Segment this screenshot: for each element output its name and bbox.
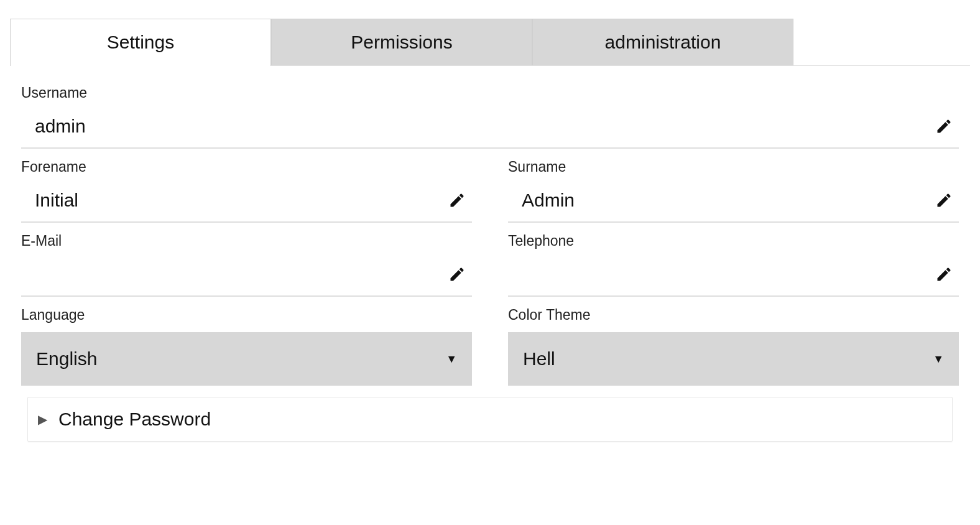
pencil-icon[interactable]	[933, 189, 955, 211]
pencil-icon[interactable]	[933, 263, 955, 286]
color-theme-label: Color Theme	[508, 307, 959, 323]
username-input-row: admin	[21, 105, 959, 149]
forename-label: Forename	[21, 159, 472, 175]
language-label: Language	[21, 307, 472, 323]
telephone-field-group: Telephone	[508, 223, 959, 297]
change-password-accordion[interactable]: ▶ Change Password	[27, 397, 953, 442]
telephone-label: Telephone	[508, 233, 959, 249]
email-label: E-Mail	[21, 233, 472, 249]
tabs-bar: Settings Permissions administration	[10, 19, 970, 66]
tab-permissions[interactable]: Permissions	[271, 19, 532, 65]
language-value: English	[36, 348, 97, 369]
caret-right-icon: ▶	[38, 412, 47, 427]
username-value[interactable]: admin	[35, 116, 933, 137]
surname-input-row: Admin	[508, 179, 959, 223]
username-label: Username	[21, 85, 959, 101]
tab-settings[interactable]: Settings	[10, 19, 271, 66]
surname-field-group: Surname Admin	[508, 149, 959, 223]
forename-input-row: Initial	[21, 179, 472, 223]
color-theme-field-group: Color Theme Hell ▼	[508, 297, 959, 386]
surname-label: Surname	[508, 159, 959, 175]
tab-administration[interactable]: administration	[532, 19, 793, 65]
color-theme-select[interactable]: Hell ▼	[508, 332, 959, 386]
username-field-group: Username admin	[21, 85, 959, 149]
pencil-icon[interactable]	[446, 263, 468, 286]
email-field-group: E-Mail	[21, 223, 472, 297]
settings-form: Username admin Forename Initial Surname …	[10, 85, 970, 442]
language-field-group: Language English ▼	[21, 297, 472, 386]
surname-value[interactable]: Admin	[522, 190, 933, 211]
change-password-label: Change Password	[58, 409, 211, 430]
chevron-down-icon: ▼	[933, 353, 944, 366]
language-select[interactable]: English ▼	[21, 332, 472, 386]
forename-field-group: Forename Initial	[21, 149, 472, 223]
pencil-icon[interactable]	[446, 189, 468, 211]
chevron-down-icon: ▼	[446, 353, 457, 366]
forename-value[interactable]: Initial	[35, 190, 446, 211]
telephone-input-row	[508, 253, 959, 297]
pencil-icon[interactable]	[933, 115, 955, 137]
email-input-row	[21, 253, 472, 297]
color-theme-value: Hell	[523, 348, 555, 369]
